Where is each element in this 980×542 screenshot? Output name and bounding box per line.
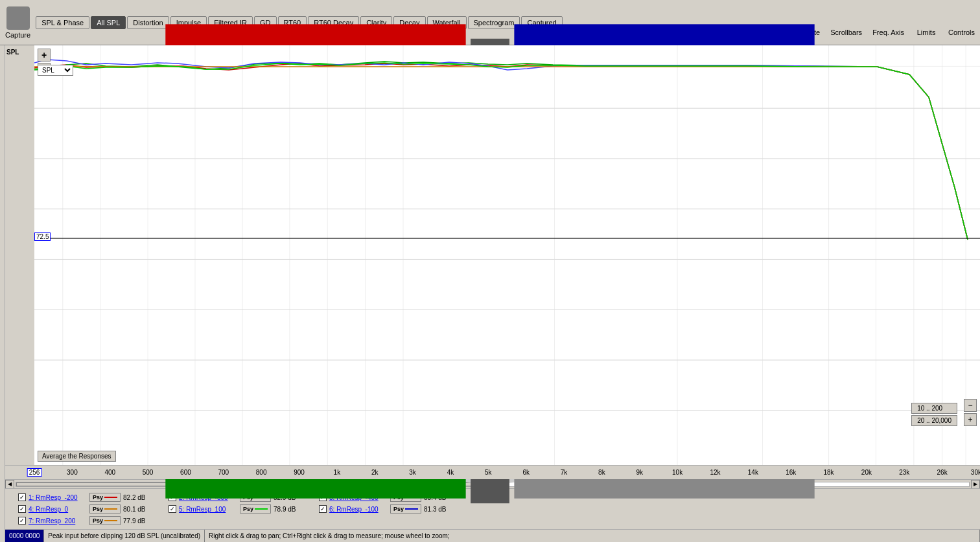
x-label-26k: 26k bbox=[937, 469, 948, 476]
graph-area[interactable]: 90 85 80 75 70 65 60 55 + − SPL Phase bbox=[34, 45, 980, 465]
controls-icon bbox=[950, 9, 974, 27]
x-label-18k: 18k bbox=[823, 469, 834, 476]
spl-dropdown[interactable]: SPL Phase bbox=[38, 65, 73, 76]
x-label-9k: 9k bbox=[636, 469, 643, 476]
x-label-7k: 7k bbox=[561, 469, 568, 476]
x-label-256: 256 bbox=[27, 468, 42, 477]
x-label-600: 600 bbox=[180, 469, 191, 476]
x-label-300: 300 bbox=[67, 469, 78, 476]
grid-svg bbox=[34, 45, 980, 465]
chart-container: SPL bbox=[5, 45, 980, 542]
zoom-h-in-button[interactable]: + bbox=[964, 413, 977, 426]
controls-tool[interactable]: Controls bbox=[948, 9, 975, 36]
x-label-8k: 8k bbox=[598, 469, 605, 476]
range-buttons: 10 .. 200 20 .. 20,000 bbox=[911, 403, 957, 426]
x-label-12k: 12k bbox=[710, 469, 720, 476]
x-label-16k: 16k bbox=[786, 469, 796, 476]
x-label-30kHz: 30kHz bbox=[971, 469, 980, 476]
range-20-20000[interactable]: 20 .. 20,000 bbox=[911, 415, 957, 426]
x-axis-container: 2563004005006007008009001k2k3k4k5k6k7k8k… bbox=[5, 465, 980, 479]
x-label-10k: 10k bbox=[672, 469, 682, 476]
zoom-h-out-button[interactable]: − bbox=[964, 399, 977, 412]
x-label-3k: 3k bbox=[409, 469, 416, 476]
x-label-400: 400 bbox=[104, 469, 115, 476]
x-label-900: 900 bbox=[294, 469, 305, 476]
zoom-h-controls: − + bbox=[964, 399, 977, 426]
x-label-23k: 23k bbox=[899, 469, 909, 476]
x-label-1k: 1k bbox=[334, 469, 341, 476]
range-10-200[interactable]: 10 .. 200 bbox=[911, 403, 957, 414]
main-area: SPL bbox=[0, 45, 980, 542]
zoom-in-button[interactable]: + bbox=[38, 49, 51, 62]
cursor-label: 72.5 bbox=[34, 232, 51, 241]
x-label-500: 500 bbox=[143, 469, 154, 476]
x-label-14k: 14k bbox=[748, 469, 758, 476]
x-label-5k: 5k bbox=[485, 469, 492, 476]
x-label-2k: 2k bbox=[371, 469, 379, 476]
x-label-20k: 20k bbox=[861, 469, 872, 476]
x-label-700: 700 bbox=[218, 469, 229, 476]
toolbar: Capture SPL & PhaseAll SPLDistortionImpu… bbox=[0, 0, 980, 45]
x-label-800: 800 bbox=[256, 469, 267, 476]
x-label-6k: 6k bbox=[522, 469, 530, 476]
toolbar-right: Separate Scrollbars Hz bbox=[791, 9, 975, 36]
chart-area: SPL bbox=[5, 45, 980, 465]
y-axis: SPL bbox=[5, 45, 34, 465]
x-label-4k: 4k bbox=[447, 469, 454, 476]
spl-select[interactable]: SPL Phase bbox=[38, 65, 73, 76]
avg-responses-button[interactable]: Average the Responses bbox=[38, 451, 116, 462]
y-title: SPL bbox=[6, 49, 19, 56]
